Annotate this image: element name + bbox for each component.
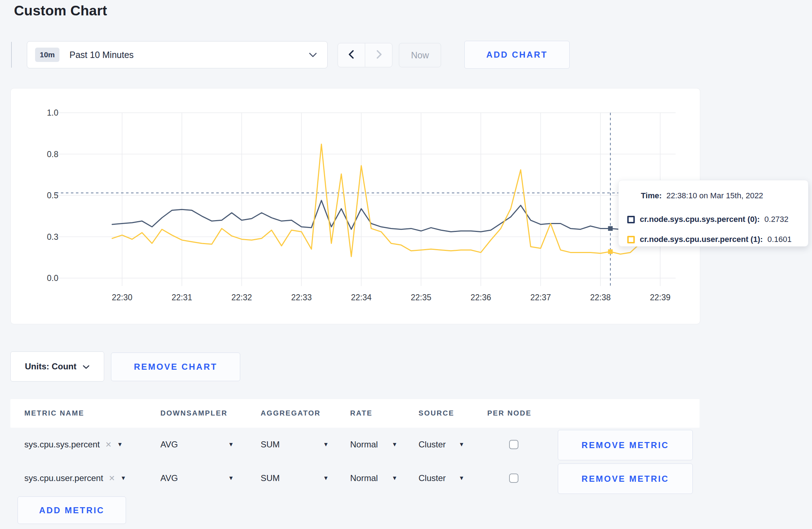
- tooltip-series-name: cr.node.sys.cpu.sys.percent (0):: [640, 215, 760, 224]
- svg-text:1.0: 1.0: [47, 108, 58, 117]
- tooltip-series-value: 0.1601: [768, 235, 792, 244]
- series-swatch-icon: [627, 216, 635, 223]
- svg-text:22:36: 22:36: [470, 293, 491, 302]
- add-chart-button[interactable]: ADD CHART: [464, 41, 570, 69]
- col-header-rate: RATE: [350, 409, 373, 417]
- svg-text:22:39: 22:39: [650, 293, 671, 302]
- rate-value: Normal: [350, 473, 378, 483]
- remove-metric-button[interactable]: REMOVE METRIC: [558, 430, 693, 460]
- caret-down-icon: ▼: [392, 442, 397, 447]
- svg-text:22:32: 22:32: [231, 293, 252, 302]
- time-window-badge: 10m: [35, 48, 59, 62]
- rate-select[interactable]: Normal ▼: [350, 461, 397, 495]
- tooltip-series-name: cr.node.sys.cpu.user.percent (1):: [640, 235, 763, 244]
- metric-row: sys.cpu.user.percent × ▼ AVG ▼ SUM ▼ Nor…: [10, 461, 700, 495]
- svg-text:22:33: 22:33: [291, 293, 312, 302]
- svg-text:22:30: 22:30: [112, 293, 132, 302]
- svg-text:22:31: 22:31: [171, 293, 192, 302]
- downsampler-select[interactable]: AVG ▼: [160, 461, 234, 495]
- toolbar-divider: [11, 42, 12, 68]
- units-dropdown[interactable]: Units: Count: [10, 351, 104, 382]
- per-node-checkbox[interactable]: [509, 474, 518, 483]
- prev-time-button[interactable]: [338, 43, 365, 67]
- svg-text:22:35: 22:35: [411, 293, 431, 302]
- metrics-table-header: METRIC NAME DOWNSAMPLER AGGREGATOR RATE …: [10, 399, 700, 428]
- downsampler-value: AVG: [160, 473, 178, 483]
- svg-text:0.8: 0.8: [47, 150, 58, 159]
- col-header-metric-name: METRIC NAME: [24, 409, 84, 417]
- time-nav-group: [338, 43, 392, 67]
- chart-card: 0.00.30.50.81.022:3022:3122:3222:3322:34…: [10, 88, 700, 324]
- caret-down-icon: ▼: [228, 475, 234, 481]
- caret-down-icon: ▼: [117, 442, 123, 447]
- caret-down-icon: ▼: [459, 475, 464, 481]
- tooltip-series-value: 0.2732: [764, 215, 788, 224]
- metric-name-select[interactable]: sys.cpu.sys.percent × ▼: [24, 428, 123, 461]
- metrics-table: METRIC NAME DOWNSAMPLER AGGREGATOR RATE …: [10, 399, 700, 495]
- chart-plot[interactable]: 0.00.30.50.81.022:3022:3122:3222:3322:34…: [11, 88, 700, 324]
- time-window-dropdown[interactable]: 10m Past 10 Minutes: [27, 41, 328, 68]
- time-window-label: Past 10 Minutes: [69, 50, 134, 60]
- per-node-checkbox[interactable]: [509, 440, 518, 449]
- add-metric-button[interactable]: ADD METRIC: [18, 496, 126, 524]
- aggregator-select[interactable]: SUM ▼: [261, 428, 329, 461]
- metric-name-value: sys.cpu.sys.percent: [24, 440, 100, 450]
- series-swatch-icon: [627, 236, 635, 243]
- page-title: Custom Chart: [14, 3, 107, 19]
- next-time-button[interactable]: [365, 43, 392, 67]
- source-select[interactable]: Cluster ▼: [419, 461, 464, 495]
- clear-metric-x-icon[interactable]: ×: [106, 440, 111, 450]
- aggregator-value: SUM: [261, 440, 280, 450]
- units-label: Units: Count: [25, 361, 77, 372]
- caret-down-icon: ▼: [459, 442, 464, 447]
- svg-text:0.5: 0.5: [47, 191, 58, 200]
- remove-metric-button[interactable]: REMOVE METRIC: [558, 464, 693, 494]
- caret-down-icon: ▼: [392, 475, 397, 481]
- caret-down-icon: ▼: [323, 475, 329, 481]
- caret-down-icon: ▼: [323, 442, 329, 447]
- svg-text:0.0: 0.0: [47, 273, 58, 283]
- source-value: Cluster: [419, 473, 446, 483]
- downsampler-select[interactable]: AVG ▼: [160, 428, 234, 461]
- chevron-left-icon: [347, 49, 356, 61]
- rate-value: Normal: [350, 440, 378, 450]
- clear-metric-x-icon[interactable]: ×: [109, 473, 115, 483]
- tooltip-time-label: Time:: [641, 191, 662, 200]
- chart-tooltip: Time: 22:38:10 on Mar 15th, 2022 cr.node…: [618, 180, 808, 247]
- downsampler-value: AVG: [160, 440, 178, 450]
- chevron-right-icon: [374, 49, 383, 61]
- source-value: Cluster: [419, 440, 446, 450]
- col-header-aggregator: AGGREGATOR: [261, 409, 321, 417]
- col-header-per-node: PER NODE: [487, 409, 532, 417]
- chevron-down-icon: [83, 361, 90, 372]
- remove-chart-button[interactable]: REMOVE CHART: [111, 353, 240, 381]
- col-header-downsampler: DOWNSAMPLER: [160, 409, 228, 417]
- caret-down-icon: ▼: [120, 475, 126, 481]
- svg-text:22:38: 22:38: [590, 293, 611, 302]
- metric-name-select[interactable]: sys.cpu.user.percent × ▼: [24, 461, 126, 495]
- caret-down-icon: ▼: [228, 442, 234, 447]
- svg-text:0.3: 0.3: [47, 232, 58, 242]
- source-select[interactable]: Cluster ▼: [419, 428, 464, 461]
- metric-name-value: sys.cpu.user.percent: [24, 473, 103, 483]
- aggregator-value: SUM: [261, 473, 280, 483]
- rate-select[interactable]: Normal ▼: [350, 428, 397, 461]
- now-button[interactable]: Now: [399, 43, 441, 67]
- svg-text:22:37: 22:37: [530, 293, 551, 302]
- tooltip-time-value: 22:38:10 on Mar 15th, 2022: [666, 191, 763, 200]
- col-header-source: SOURCE: [419, 409, 454, 417]
- aggregator-select[interactable]: SUM ▼: [261, 461, 329, 495]
- chevron-down-icon: [309, 52, 317, 58]
- metric-row: sys.cpu.sys.percent × ▼ AVG ▼ SUM ▼ Norm…: [10, 428, 700, 461]
- svg-text:22:34: 22:34: [351, 293, 372, 302]
